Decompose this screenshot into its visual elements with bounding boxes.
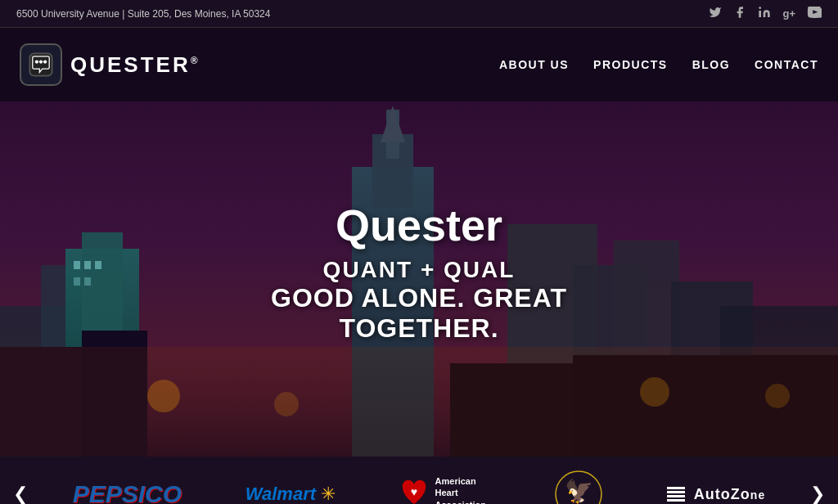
- header: QUESTER® ABOUT US PRODUCTS BLOG CONTACT: [0, 28, 838, 101]
- logo-area[interactable]: QUESTER®: [20, 43, 200, 86]
- pepsico-logo-text: PEPSICO: [73, 480, 182, 504]
- clients-next-button[interactable]: ❯: [797, 484, 838, 504]
- hero-content: Quester QUANT + QUAL GOOD ALONE. GREAT T…: [210, 200, 628, 344]
- anheuser-eagle-icon: 🦅: [554, 470, 603, 504]
- clients-prev-button[interactable]: ❮: [0, 484, 41, 504]
- linkedin-icon[interactable]: [758, 6, 771, 21]
- nav-contact[interactable]: CONTACT: [755, 58, 818, 71]
- hero-subtitle1: QUANT + QUAL: [210, 257, 628, 283]
- client-autozone: AutoZone: [667, 486, 765, 503]
- nav-about[interactable]: ABOUT US: [499, 58, 569, 71]
- twitter-icon[interactable]: [709, 6, 722, 21]
- clients-bar: ❮ PEPSICO Walmart ✳ ♥ AmericanHeartAssoc…: [0, 457, 838, 504]
- nav-blog[interactable]: BLOG: [692, 58, 730, 71]
- hero-subtitle2: GOOD ALONE. GREAT TOGETHER.: [210, 283, 628, 344]
- clients-logos: PEPSICO Walmart ✳ ♥ AmericanHeartAssocia…: [41, 470, 797, 504]
- svg-point-4: [43, 60, 47, 63]
- walmart-star-icon: ✳: [321, 484, 336, 504]
- autozone-stripes-icon: [667, 487, 685, 502]
- nav-products[interactable]: PRODUCTS: [593, 58, 668, 71]
- logo-text: QUESTER®: [70, 52, 200, 78]
- client-anheuser: 🦅: [554, 470, 603, 504]
- svg-text:♥: ♥: [410, 485, 417, 498]
- youtube-icon[interactable]: [807, 7, 822, 20]
- client-pepsico: PEPSICO: [73, 480, 182, 504]
- hero-section: Quester QUANT + QUAL GOOD ALONE. GREAT T…: [0, 101, 838, 457]
- walmart-logo-text: Walmart: [246, 484, 316, 504]
- svg-point-3: [39, 60, 43, 63]
- googleplus-icon[interactable]: g+: [782, 7, 795, 20]
- social-icons: g+: [709, 6, 822, 21]
- client-aha: ♥ AmericanHeartAssociation®: [399, 475, 491, 504]
- client-walmart: Walmart ✳: [246, 484, 336, 504]
- aha-logo-text: AmericanHeartAssociation®: [435, 475, 491, 504]
- svg-point-2: [35, 60, 38, 63]
- svg-point-0: [759, 7, 762, 9]
- top-bar: 6500 University Avenue | Suite 205, Des …: [0, 0, 838, 28]
- autozone-logo-text: AutoZone: [694, 486, 765, 503]
- hero-title: Quester: [210, 200, 628, 250]
- facebook-icon[interactable]: [733, 6, 746, 21]
- logo-icon: [20, 43, 62, 86]
- address-text: 6500 University Avenue | Suite 205, Des …: [16, 8, 270, 20]
- aha-heart-icon: ♥: [399, 478, 429, 504]
- svg-text:🦅: 🦅: [565, 478, 593, 504]
- main-nav: ABOUT US PRODUCTS BLOG CONTACT: [499, 58, 818, 71]
